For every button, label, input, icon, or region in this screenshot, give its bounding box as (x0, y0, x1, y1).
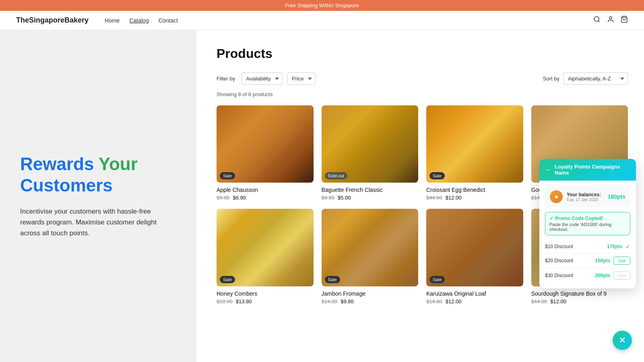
your-word: Your (99, 154, 138, 174)
balance-row: ★ Your balances: Exp. 17 Jan 2020 180pts (545, 186, 630, 207)
close-icon: ✕ (619, 335, 626, 346)
product-badge: Sale (220, 172, 235, 179)
product-badge: Sold out (325, 172, 347, 179)
availability-filter[interactable]: Availability (242, 72, 283, 85)
nav-home[interactable]: Home (105, 17, 120, 24)
main-layout: Rewards Your Customers Incentivise your … (0, 30, 644, 362)
loyalty-title: Loyalty Points Campaigns Name (555, 164, 630, 176)
promo-copied-banner: ✓ Promo Code Copied! Paste the code 'AD1… (545, 212, 630, 235)
sale-price: $5.00 (338, 195, 351, 201)
original-price: $44.00 (531, 298, 547, 304)
product-prices: $44.00 $12.00 (426, 195, 523, 201)
balance-expiry: Exp. 17 Jan 2020 (567, 197, 608, 202)
cart-icon[interactable] (621, 16, 628, 25)
product-prices: $14.80 $12.00 (426, 298, 523, 304)
check-icon: ✓ (625, 243, 630, 250)
main-nav: Home Catalog Contact (105, 17, 593, 24)
svg-point-2 (609, 16, 612, 19)
products-content: Products Filter by Availability Price So… (196, 30, 644, 362)
balance-points: 180pts (608, 193, 625, 200)
product-card[interactable]: Sale Jambon Fromage $14.80 $9.80 (322, 209, 419, 304)
product-badge: Sale (325, 276, 340, 283)
use-discount-button-disabled: Use (613, 272, 630, 280)
announcement-bar: Free Shipping Within Singapore (0, 0, 644, 11)
sale-price: $9.80 (341, 298, 354, 304)
product-name: Honey Combers (217, 290, 314, 297)
original-price: $14.80 (426, 298, 442, 304)
discount-pts: 170pts (607, 244, 622, 249)
loyalty-widget: ← Loyalty Points Campaigns Name ★ Your b… (539, 159, 636, 288)
filter-row: Filter by Availability Price Sort by Alp… (217, 72, 628, 85)
check-icon: ✓ (549, 216, 553, 221)
product-badge: Sale (429, 172, 445, 179)
discount-row: $10 Discount 170pts ✓ (545, 240, 630, 253)
price-filter[interactable]: Price (287, 72, 316, 85)
sale-price: $12.00 (550, 298, 566, 304)
product-prices: $44.00 $12.00 (531, 298, 628, 304)
original-price: $14.80 (322, 298, 338, 304)
product-name: Apple Chausson (217, 187, 314, 193)
balance-icon: ★ (550, 190, 563, 203)
sort-label: Sort by (543, 76, 559, 82)
discount-name: $20 Discount (545, 258, 595, 263)
loyalty-header: ← Loyalty Points Campaigns Name (539, 159, 636, 181)
product-card[interactable]: Sale Croissant Egg Benedict $44.00 $12.0… (426, 105, 523, 201)
product-card[interactable]: Sale Karuizawa Original Loaf $14.80 $12.… (426, 209, 523, 304)
product-prices: $18.90 $13.80 (217, 298, 314, 304)
product-card[interactable]: Sold out Baguette French Classic $9.90 $… (322, 105, 419, 201)
original-price: $9.90 (217, 195, 230, 201)
original-price: $44.00 (426, 195, 442, 201)
product-badge: Sale (429, 276, 445, 283)
svg-line-1 (598, 21, 599, 22)
announcement-text: Free Shipping Within Singapore (285, 2, 359, 8)
sort-right: Sort by Alphabetically, A-Z (543, 72, 628, 85)
product-prices: $9.90 $6.90 (217, 195, 314, 201)
promo-copied-desc: Paste the code 'AD1000' during checkout. (549, 222, 626, 232)
discount-row: $20 Discount 150pts Use (545, 253, 630, 268)
product-name: Karuizawa Original Loaf (426, 290, 523, 297)
discount-name: $10 Discount (545, 244, 607, 249)
header-icons (593, 16, 628, 25)
showing-count: Showing 8 of 8 products (217, 91, 628, 97)
site-logo[interactable]: TheSingaporeBakery (16, 16, 89, 25)
product-name: Jambon Fromage (322, 290, 419, 297)
discount-pts: 150pts (595, 258, 610, 263)
close-fab[interactable]: ✕ (613, 331, 632, 350)
original-price: $9.90 (322, 195, 335, 201)
search-icon[interactable] (593, 16, 601, 25)
discount-row: $30 Discount 200pts Use (545, 268, 630, 283)
product-badge: Sale (220, 276, 235, 283)
discount-name: $30 Discount (545, 273, 595, 278)
product-prices: $9.90 $5.00 (322, 195, 419, 201)
sort-select[interactable]: Alphabetically, A-Z (564, 72, 628, 85)
rewards-title: Rewards Your Customers (20, 154, 176, 196)
filter-label: Filter by (217, 76, 235, 82)
sale-price: $12.00 (446, 298, 462, 304)
promo-copied-title: ✓ Promo Code Copied! (549, 216, 626, 221)
rewards-word: Rewards (20, 154, 94, 174)
loyalty-body: ★ Your balances: Exp. 17 Jan 2020 180pts… (539, 181, 636, 288)
use-discount-button[interactable]: Use (613, 257, 630, 265)
customers-word: Customers (20, 175, 113, 195)
sale-price: $12.00 (446, 195, 462, 201)
product-prices: $14.80 $9.80 (322, 298, 419, 304)
product-name: Baguette French Classic (322, 187, 419, 193)
discount-pts: 200pts (595, 273, 610, 278)
nav-contact[interactable]: Contact (159, 17, 178, 24)
svg-point-0 (594, 16, 599, 21)
product-name: Sourdough Signature Box of 9 (531, 290, 628, 297)
account-icon[interactable] (607, 16, 614, 25)
balance-info: Your balances: Exp. 17 Jan 2020 (567, 192, 608, 202)
balance-label: Your balances: (567, 192, 608, 197)
product-card[interactable]: Sale Honey Combers $18.90 $13.80 (217, 209, 314, 304)
rewards-description: Incentivise your customers with hassle-f… (20, 206, 173, 239)
original-price: $18.90 (217, 298, 233, 304)
product-name: Croissant Egg Benedict (426, 187, 523, 193)
sale-price: $6.90 (233, 195, 246, 201)
nav-catalog[interactable]: Catalog (129, 17, 149, 24)
product-card[interactable]: Sale Apple Chausson $9.90 $6.90 (217, 105, 314, 201)
header: TheSingaporeBakery Home Catalog Contact (0, 11, 644, 30)
page-title: Products (217, 46, 628, 61)
back-icon[interactable]: ← (545, 166, 551, 173)
filter-left: Filter by Availability Price (217, 72, 316, 85)
